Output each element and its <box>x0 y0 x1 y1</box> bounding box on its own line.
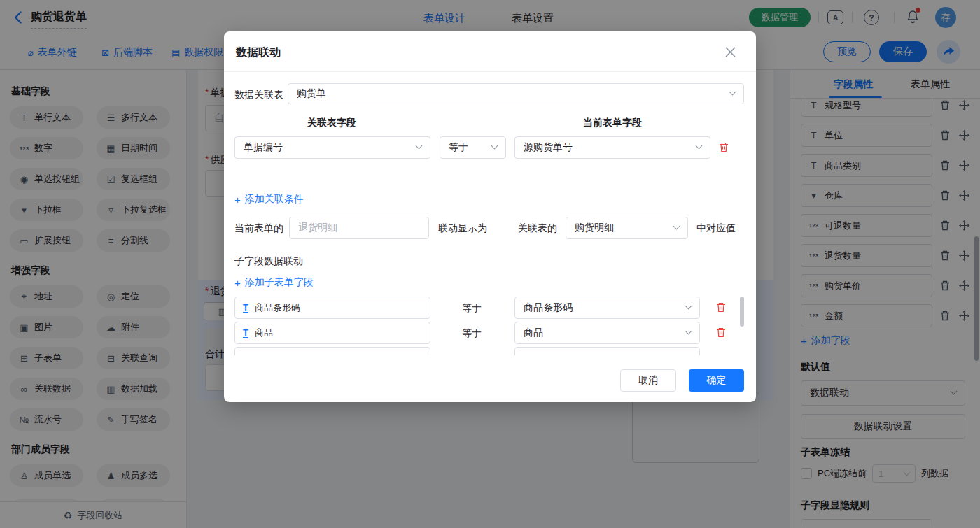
modal-header: 数据联动 <box>224 31 756 72</box>
modal-title: 数据联动 <box>236 45 281 60</box>
relation-table-select[interactable]: 购货单 <box>288 83 744 104</box>
relation-table-label: 数据关联表 <box>234 89 284 101</box>
text-field-icon: T <box>243 328 248 338</box>
column-header-right: 当前表单字段 <box>583 117 642 129</box>
suffix-label: 中对应值 <box>696 222 736 235</box>
plus-icon <box>234 194 241 206</box>
related-form-label: 关联表的 <box>518 222 557 235</box>
plus-icon <box>234 277 241 289</box>
chevron-down-icon <box>729 89 736 96</box>
subfield-op-label: 等于 <box>462 302 482 315</box>
delete-subfield-icon[interactable] <box>716 327 726 341</box>
chevron-down-icon <box>673 223 680 230</box>
condition-value-select[interactable]: 源购货单号 <box>514 136 710 159</box>
column-header-left: 关联表字段 <box>307 117 356 129</box>
delete-subfield-icon[interactable] <box>716 302 726 315</box>
confirm-button[interactable]: 确定 <box>689 369 744 392</box>
related-form-select[interactable]: 购货明细 <box>566 217 688 239</box>
subfield-name-box[interactable] <box>234 347 430 355</box>
add-subfield-link[interactable]: 添加子表单字段 <box>234 276 314 289</box>
subfield-name-box[interactable]: T商品条形码 <box>234 297 430 319</box>
subfield-value-select[interactable]: 商品条形码 <box>514 297 700 319</box>
subfield-value-select[interactable]: 商品 <box>514 322 700 344</box>
close-icon[interactable] <box>725 47 736 60</box>
condition-operator-select[interactable]: 等于 <box>440 136 506 159</box>
condition-field-select[interactable]: 单据编号 <box>234 136 430 159</box>
subfield-rows-list: T商品条形码商品条形码等于T商品商品等于 <box>234 297 735 355</box>
chevron-down-icon <box>416 143 423 150</box>
display-as-label: 联动显示为 <box>438 222 487 235</box>
modal-list-scrollbar[interactable] <box>740 297 744 327</box>
current-form-label: 当前表单的 <box>234 222 284 235</box>
subfield-name-box[interactable]: T商品 <box>234 322 430 344</box>
chevron-down-icon <box>696 143 703 150</box>
chevron-down-icon <box>685 303 692 310</box>
text-field-icon: T <box>243 303 248 313</box>
subfield-value-select[interactable] <box>514 347 700 355</box>
subfield-op-label: 等于 <box>462 327 482 340</box>
chevron-down-icon <box>491 143 498 150</box>
chevron-down-icon <box>685 328 692 335</box>
current-form-input[interactable]: 退货明细 <box>289 217 429 239</box>
subfield-linkage-title: 子字段数据联动 <box>234 255 303 268</box>
delete-condition-icon[interactable] <box>719 142 729 155</box>
add-condition-link[interactable]: 添加关联条件 <box>234 193 304 206</box>
data-linkage-modal: 数据联动 数据关联表 购货单 关联表字段 当前表单字段 单据编号 等于 源购货单… <box>224 31 756 402</box>
cancel-button[interactable]: 取消 <box>620 369 676 392</box>
